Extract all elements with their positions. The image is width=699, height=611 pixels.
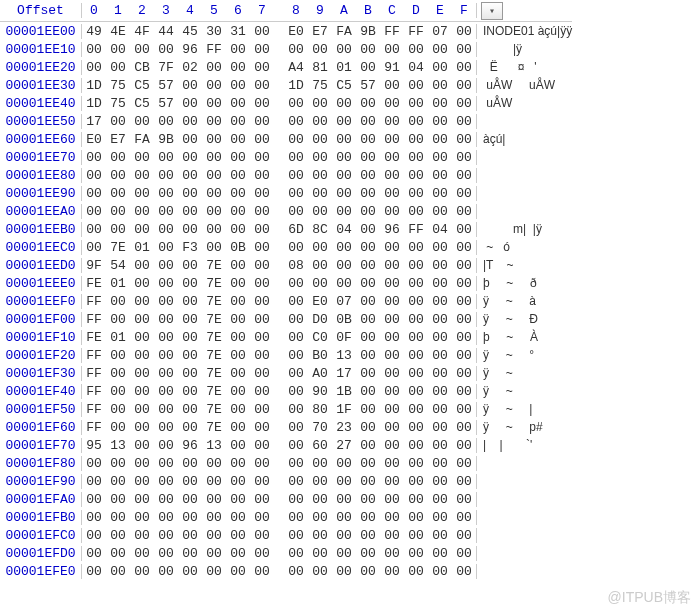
hex-byte[interactable]: 00 xyxy=(178,222,202,237)
hex-byte[interactable]: 00 xyxy=(452,384,476,399)
hex-byte[interactable]: FF xyxy=(380,24,404,39)
hex-byte[interactable]: 00 xyxy=(202,528,226,543)
hex-byte[interactable]: 00 xyxy=(404,204,428,219)
hex-byte[interactable]: 00 xyxy=(380,492,404,507)
hex-byte[interactable]: 00 xyxy=(284,330,308,345)
hex-byte[interactable]: 00 xyxy=(202,150,226,165)
hex-byte[interactable]: 00 xyxy=(178,96,202,111)
hex-byte[interactable]: 90 xyxy=(308,384,332,399)
hex-byte[interactable]: 00 xyxy=(154,564,178,579)
hex-byte[interactable]: 00 xyxy=(380,348,404,363)
hex-byte[interactable]: 49 xyxy=(82,24,106,39)
table-row[interactable]: 00001EE100000000096FF0000000000000000000… xyxy=(0,40,572,58)
hex-byte[interactable]: 00 xyxy=(428,384,452,399)
hex-byte[interactable]: 00 xyxy=(106,42,130,57)
ascii-cell[interactable]: Ë ¤ ' xyxy=(477,60,537,74)
hex-byte[interactable]: 07 xyxy=(428,24,452,39)
hex-byte[interactable]: 7E xyxy=(106,240,130,255)
hex-byte[interactable]: 00 xyxy=(250,456,274,471)
hex-byte[interactable]: 00 xyxy=(130,348,154,363)
hex-byte[interactable]: 1D xyxy=(82,78,106,93)
hex-byte[interactable]: 00 xyxy=(226,312,250,327)
hex-byte[interactable]: 00 xyxy=(226,294,250,309)
hex-byte[interactable]: 00 xyxy=(178,492,202,507)
hex-byte[interactable]: 00 xyxy=(154,402,178,417)
hex-byte[interactable]: 00 xyxy=(404,294,428,309)
hex-byte[interactable]: D0 xyxy=(308,312,332,327)
hex-byte[interactable]: 00 xyxy=(404,114,428,129)
hex-byte[interactable]: 00 xyxy=(308,258,332,273)
hex-byte[interactable]: 00 xyxy=(250,186,274,201)
hex-byte[interactable]: 00 xyxy=(452,456,476,471)
hex-byte[interactable]: 00 xyxy=(308,492,332,507)
hex-byte[interactable]: 00 xyxy=(226,330,250,345)
hex-byte[interactable]: 00 xyxy=(226,168,250,183)
hex-byte[interactable]: 00 xyxy=(380,438,404,453)
hex-byte[interactable]: 8C xyxy=(308,222,332,237)
hex-byte[interactable]: 00 xyxy=(250,510,274,525)
hex-byte[interactable]: 00 xyxy=(284,564,308,579)
hex-byte[interactable]: 00 xyxy=(356,456,380,471)
hex-byte[interactable]: 00 xyxy=(202,60,226,75)
offset-cell[interactable]: 00001EE30 xyxy=(0,78,82,93)
hex-byte[interactable]: 00 xyxy=(404,402,428,417)
hex-byte[interactable]: 00 xyxy=(130,510,154,525)
hex-byte[interactable]: 9B xyxy=(154,132,178,147)
hex-byte[interactable]: 00 xyxy=(308,546,332,561)
hex-byte[interactable]: 00 xyxy=(106,186,130,201)
hex-byte[interactable]: 00 xyxy=(332,492,356,507)
hex-byte[interactable]: 00 xyxy=(428,258,452,273)
hex-byte[interactable]: 00 xyxy=(226,474,250,489)
hex-byte[interactable]: 75 xyxy=(106,78,130,93)
hex-byte[interactable]: 00 xyxy=(356,96,380,111)
hex-byte[interactable]: 00 xyxy=(380,420,404,435)
hex-byte[interactable]: 00 xyxy=(106,348,130,363)
hex-byte[interactable]: 00 xyxy=(284,456,308,471)
hex-byte[interactable]: 00 xyxy=(106,114,130,129)
hex-byte[interactable]: FF xyxy=(82,420,106,435)
hex-byte[interactable]: 00 xyxy=(250,402,274,417)
hex-byte[interactable]: 00 xyxy=(428,528,452,543)
hex-byte[interactable]: 00 xyxy=(452,402,476,417)
hex-byte[interactable]: 00 xyxy=(154,222,178,237)
hex-byte[interactable]: 00 xyxy=(130,312,154,327)
offset-cell[interactable]: 00001EE00 xyxy=(0,24,82,39)
hex-byte[interactable]: 00 xyxy=(332,564,356,579)
hex-byte[interactable]: 00 xyxy=(452,294,476,309)
hex-byte[interactable]: 9F xyxy=(82,258,106,273)
hex-byte[interactable]: 00 xyxy=(404,438,428,453)
hex-byte[interactable]: E0 xyxy=(308,294,332,309)
hex-byte[interactable]: 27 xyxy=(332,438,356,453)
hex-byte[interactable]: 00 xyxy=(452,510,476,525)
offset-cell[interactable]: 00001EEC0 xyxy=(0,240,82,255)
hex-byte[interactable]: FF xyxy=(82,384,106,399)
hex-byte[interactable]: 96 xyxy=(380,222,404,237)
hex-byte[interactable]: C5 xyxy=(130,78,154,93)
hex-byte[interactable]: 00 xyxy=(202,546,226,561)
hex-byte[interactable]: 00 xyxy=(250,240,274,255)
hex-byte[interactable]: 00 xyxy=(178,474,202,489)
ascii-cell[interactable]: ÿ ~ à xyxy=(477,294,536,308)
hex-byte[interactable]: 00 xyxy=(154,186,178,201)
hex-byte[interactable]: 00 xyxy=(380,78,404,93)
hex-byte[interactable]: 00 xyxy=(356,204,380,219)
ascii-cell[interactable]: ÿ ~ xyxy=(477,384,513,398)
hex-byte[interactable]: 00 xyxy=(154,240,178,255)
offset-cell[interactable]: 00001EF90 xyxy=(0,474,82,489)
hex-byte[interactable]: 00 xyxy=(250,42,274,57)
hex-byte[interactable]: 00 xyxy=(250,60,274,75)
hex-byte[interactable]: 00 xyxy=(202,186,226,201)
hex-byte[interactable]: 00 xyxy=(452,366,476,381)
hex-byte[interactable]: 00 xyxy=(130,168,154,183)
table-row[interactable]: 00001EFC00000000000000000000000000000000… xyxy=(0,526,572,544)
hex-byte[interactable]: E7 xyxy=(106,132,130,147)
hex-byte[interactable]: 00 xyxy=(250,114,274,129)
hex-byte[interactable]: 00 xyxy=(380,186,404,201)
ascii-cell[interactable]: ÿ ~ | xyxy=(477,402,532,416)
hex-byte[interactable]: 00 xyxy=(250,492,274,507)
hex-byte[interactable]: 7E xyxy=(202,384,226,399)
hex-byte[interactable]: 80 xyxy=(308,402,332,417)
hex-byte[interactable]: 00 xyxy=(332,186,356,201)
hex-byte[interactable]: 00 xyxy=(428,78,452,93)
hex-byte[interactable]: 00 xyxy=(284,366,308,381)
